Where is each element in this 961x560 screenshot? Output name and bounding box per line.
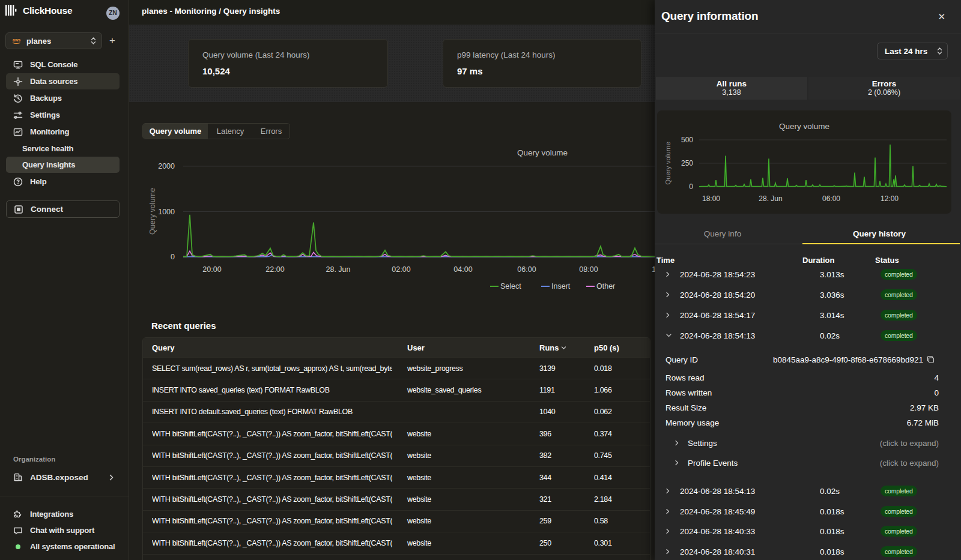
svg-text:Query volume: Query volume (664, 142, 671, 185)
svg-text:0: 0 (689, 182, 693, 191)
svg-text:1000: 1000 (158, 208, 175, 216)
svg-text:Select: Select (500, 282, 521, 291)
svg-text:04:00: 04:00 (453, 265, 472, 274)
svg-text:250: 250 (681, 159, 693, 167)
svg-text:Query volume: Query volume (779, 122, 829, 131)
svg-text:Other: Other (596, 282, 615, 291)
svg-text:20:00: 20:00 (202, 265, 221, 274)
svg-text:500: 500 (681, 136, 693, 144)
svg-text:06:00: 06:00 (822, 194, 840, 203)
svg-text:28. Jun: 28. Jun (759, 194, 782, 203)
svg-text:02:00: 02:00 (392, 265, 410, 274)
svg-text:18:00: 18:00 (702, 194, 720, 203)
svg-text:22:00: 22:00 (265, 265, 284, 274)
svg-text:0: 0 (171, 253, 175, 261)
svg-text:2000: 2000 (158, 162, 175, 170)
svg-text:08:00: 08:00 (579, 265, 598, 274)
svg-text:28. Jun: 28. Jun (326, 265, 350, 274)
svg-text:06:00: 06:00 (517, 265, 536, 274)
svg-text:Query volume: Query volume (148, 188, 157, 235)
svg-text:aws: aws (13, 38, 20, 42)
svg-text:Query volume: Query volume (517, 148, 568, 157)
svg-text:Insert: Insert (551, 282, 571, 291)
svg-text:12:00: 12:00 (881, 194, 899, 203)
